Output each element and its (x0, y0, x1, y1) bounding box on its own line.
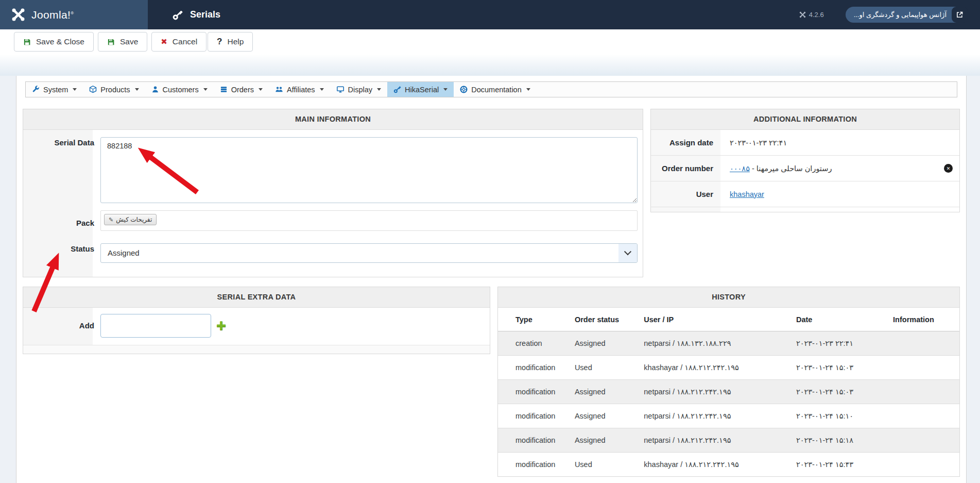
panel-filler (651, 207, 959, 212)
serial-extra-data-panel: SERIAL EXTRA DATA Add ✚ (23, 287, 490, 354)
box-icon (89, 86, 97, 93)
history-cell-user-ip: khashayar / ۱۸۸.۲۱۲.۲۴۲.۱۹۵ (639, 356, 791, 380)
caret-down-icon (259, 88, 263, 91)
add-extra-input[interactable] (100, 314, 211, 338)
menu-item-label: Display (348, 86, 373, 94)
history-cell-information (888, 331, 959, 356)
joomla-logo-icon (11, 8, 25, 22)
pack-tag-label: تفریحات کیش (116, 216, 152, 223)
menu-item-customers[interactable]: Customers (145, 82, 214, 97)
user-link[interactable]: khashayar (730, 190, 764, 198)
order-number-label: Order number (651, 156, 720, 181)
order-number-link[interactable]: ۰۰۰۸۵ (730, 164, 750, 173)
menu-item-display[interactable]: Display (330, 82, 388, 97)
plus-icon[interactable]: ✚ (216, 320, 226, 332)
history-cell-information (888, 404, 959, 428)
history-cell-order-status: Assigned (570, 428, 639, 453)
history-cell-user-ip: netparsi / ۱۸۸.۲۱۲.۲۴۲.۱۹۵ (639, 404, 791, 428)
status-select[interactable]: Assigned (100, 243, 638, 263)
history-cell-order-status: Used (570, 356, 639, 380)
menu-item-products[interactable]: Products (83, 82, 145, 97)
history-column-header: Information (888, 308, 959, 331)
table-row: modificationAssignednetparsi / ۱۸۸.۲۱۲.۲… (498, 404, 959, 428)
assign-date-value: ۲۰۲۳-۰۱-۲۳ ۲۲:۴۱ (720, 139, 959, 147)
display-icon (336, 86, 345, 93)
history-column-header: User / IP (639, 308, 791, 331)
serial-data-textarea[interactable]: 882188 (100, 137, 638, 203)
joomla-version: 4.2.6 (799, 11, 824, 19)
table-row: modificationAssignednetparsi / ۱۸۸.۲۱۲.۲… (498, 380, 959, 404)
history-cell-date: ۲۰۲۳-۰۱-۲۴ ۱۵:۰۳ (791, 380, 888, 404)
menu-item-documentation[interactable]: Documentation (454, 82, 537, 97)
panel-footer (23, 345, 490, 354)
cancel-x-icon: ✖ (161, 37, 167, 46)
history-header: HISTORY (498, 287, 959, 308)
assign-date-label: Assign date (651, 130, 720, 155)
lifering-icon (460, 86, 468, 93)
menu-item-hikaserial[interactable]: HikaSerial (387, 82, 454, 97)
pencil-icon: ✎ (109, 216, 113, 223)
menu-item-orders[interactable]: Orders (214, 82, 269, 97)
cancel-button[interactable]: ✖ Cancel (151, 32, 207, 52)
content-card: SystemProductsCustomersOrdersAffiliatesD… (16, 76, 967, 483)
pack-label: Pack (26, 219, 94, 227)
joomla-brand[interactable]: Joomla!® (0, 0, 148, 29)
users-icon (275, 86, 283, 93)
remove-order-icon[interactable]: ✕ (944, 164, 953, 173)
history-cell-information (888, 453, 959, 477)
history-cell-type: creation (498, 331, 570, 356)
site-name-label: آژانس هواپیمایی و گردشگری او... (854, 11, 952, 19)
menu-item-label: HikaSerial (405, 86, 439, 94)
order-number-row: Order number ۰۰۰۸۵ - رستوران ساحلی میرمه… (651, 156, 959, 181)
menu-item-label: Documentation (471, 86, 522, 94)
main-information-panel: MAIN INFORMATION Serial Data 882188 Pack… (23, 109, 643, 277)
table-row: creationAssignednetparsi / ۱۸۸.۱۳۲.۱۸۸.۲… (498, 331, 959, 356)
external-link-icon (952, 7, 968, 23)
table-row: modificationAssignednetparsi / ۱۸۸.۲۱۲.۲… (498, 428, 959, 453)
menu-item-label: Customers (163, 86, 199, 94)
history-cell-date: ۲۰۲۳-۰۱-۲۴ ۱۵:۴۳ (791, 453, 888, 477)
pack-tag-chip[interactable]: تفریحات کیش ✎ (104, 214, 157, 225)
history-cell-information (888, 356, 959, 380)
caret-down-icon (320, 88, 324, 91)
component-menubar: SystemProductsCustomersOrdersAffiliatesD… (25, 81, 957, 97)
history-cell-type: modification (498, 453, 570, 477)
history-table: TypeOrder statusUser / IPDateInformation… (498, 308, 959, 476)
key-icon (393, 86, 401, 93)
assign-date-row: Assign date ۲۰۲۳-۰۱-۲۳ ۲۲:۴۱ (651, 130, 959, 156)
wrench-icon (32, 86, 40, 93)
list-icon (220, 86, 228, 93)
history-table-header-row: TypeOrder statusUser / IPDateInformation (498, 308, 959, 331)
additional-information-panel: ADDITIONAL INFORMATION Assign date ۲۰۲۳-… (650, 109, 960, 212)
menu-item-label: Affiliates (287, 86, 315, 94)
save-close-button[interactable]: Save & Close (14, 32, 94, 52)
history-cell-user-ip: netparsi / ۱۸۸.۱۳۲.۱۸۸.۲۲۹ (639, 331, 791, 356)
caret-down-icon (203, 88, 208, 91)
history-panel: HISTORY TypeOrder statusUser / IPDateInf… (497, 287, 960, 477)
top-header-bar: Joomla!® Serials 4.2.6 آژانس هواپیمایی و… (0, 0, 980, 29)
gradient-band (0, 54, 980, 76)
save-button[interactable]: Save (98, 32, 147, 52)
order-name: رستوران ساحلی میرمهنا (757, 164, 832, 173)
order-separator: - (750, 164, 757, 173)
serial-extra-data-header: SERIAL EXTRA DATA (23, 287, 490, 308)
menu-item-affiliates[interactable]: Affiliates (269, 82, 330, 97)
history-column-header: Order status (570, 308, 639, 331)
history-cell-order-status: Assigned (570, 380, 639, 404)
history-cell-type: modification (498, 356, 570, 380)
history-cell-date: ۲۰۲۳-۰۱-۲۳ ۲۲:۴۱ (791, 331, 888, 356)
save-icon (107, 38, 115, 46)
additional-information-header: ADDITIONAL INFORMATION (651, 109, 959, 130)
site-preview-button[interactable]: آژانس هواپیمایی و گردشگری او... (846, 7, 968, 23)
table-row: modificationUsedkhashayar / ۱۸۸.۲۱۲.۲۴۲.… (498, 453, 959, 477)
question-icon: ? (217, 37, 222, 47)
history-cell-date: ۲۰۲۳-۰۱-۲۴ ۱۵:۱۰ (791, 404, 888, 428)
save-icon (23, 38, 31, 46)
menu-item-system[interactable]: System (26, 82, 83, 97)
history-cell-order-status: Assigned (570, 404, 639, 428)
user-label: User (651, 181, 720, 207)
pack-field[interactable]: تفریحات کیش ✎ (100, 210, 638, 231)
help-button[interactable]: ? Help (208, 32, 253, 52)
page-title: Serials (190, 9, 220, 20)
history-cell-type: modification (498, 380, 570, 404)
